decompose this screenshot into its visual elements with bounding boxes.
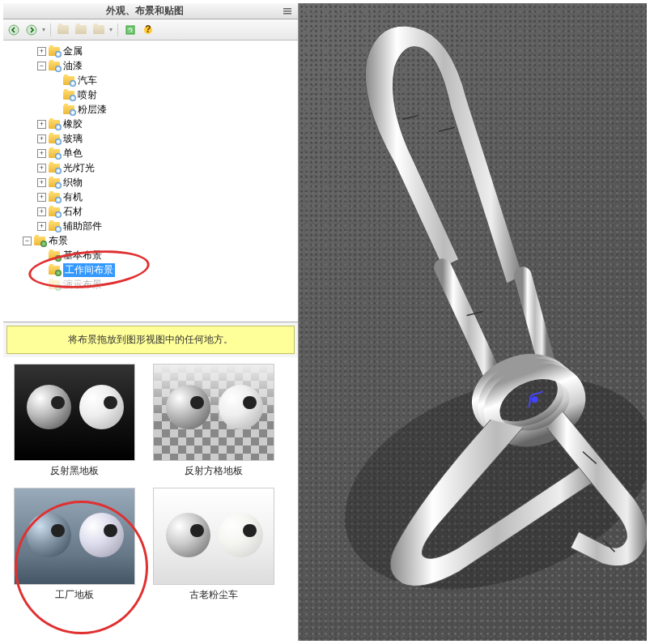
- svg-rect-5: [126, 26, 134, 34]
- thumb-label: 工厂地板: [55, 588, 94, 602]
- material-tree[interactable]: + 金属 − 油漆 汽车 喷射 粉层漆: [3, 41, 298, 322]
- tree-label: 喷射: [78, 88, 97, 102]
- thumb-label: 反射黑地板: [50, 464, 99, 478]
- collapse-icon[interactable]: −: [23, 237, 32, 245]
- svg-line-13: [403, 115, 419, 119]
- tree-label: 基本布景: [63, 249, 102, 262]
- svg-text:?: ?: [145, 24, 151, 35]
- appearance-panel: 外观、布景和贴图 ▾ ▾ ? + 金属 −: [3, 3, 299, 641]
- tree-label: 织物: [63, 176, 83, 190]
- thumb-reflect-black[interactable]: 反射黑地板: [10, 364, 139, 478]
- svg-rect-0: [283, 8, 291, 10]
- collapse-icon[interactable]: −: [37, 62, 46, 70]
- expand-icon[interactable]: +: [37, 207, 46, 216]
- help-icon[interactable]: ?: [141, 23, 155, 37]
- expand-icon[interactable]: +: [37, 193, 46, 202]
- thumb-factory[interactable]: 工厂地板: [10, 488, 139, 602]
- tree-label: 橡胶: [63, 117, 83, 131]
- folder3-icon[interactable]: [91, 23, 106, 37]
- forward-button[interactable]: [24, 23, 39, 37]
- tree-label: 粉层漆: [78, 103, 107, 117]
- expand-icon[interactable]: +: [37, 47, 46, 56]
- tree-item-glass[interactable]: +玻璃: [5, 131, 296, 146]
- tree-item-spray[interactable]: 喷射: [5, 87, 296, 102]
- thumb-label: 反射方格地板: [185, 464, 243, 478]
- expand-icon[interactable]: +: [37, 134, 46, 143]
- svg-line-14: [439, 127, 455, 131]
- svg-rect-1: [283, 11, 291, 12]
- tree-item-organic[interactable]: +有机: [5, 190, 296, 204]
- panel-menu-icon[interactable]: [282, 6, 293, 17]
- tree-item-aux[interactable]: +辅助部件: [5, 219, 296, 233]
- svg-rect-2: [283, 13, 291, 15]
- expand-icon[interactable]: +: [37, 164, 46, 173]
- thumb-dusty[interactable]: 古老粉尘车: [149, 488, 278, 602]
- tree-item-light[interactable]: +光/灯光: [5, 160, 296, 175]
- tree-item-stone[interactable]: +石材: [5, 204, 296, 219]
- panel-header: 外观、布景和贴图: [3, 3, 298, 19]
- tree-item-scene[interactable]: − 布景: [5, 233, 296, 248]
- tree-item-basic-scene[interactable]: 基本布景: [5, 248, 296, 262]
- tree-label: 汽车: [78, 74, 97, 87]
- scene-thumbnails: 反射黑地板 反射方格地板 工厂地板: [3, 357, 298, 641]
- tree-label: 玻璃: [63, 132, 83, 146]
- tree-label: 演示布景: [63, 278, 102, 292]
- tree-item-paint[interactable]: − 油漆: [5, 58, 296, 73]
- 3d-viewport[interactable]: [299, 3, 647, 641]
- svg-point-3: [9, 25, 19, 35]
- tree-label: 油漆: [63, 59, 83, 73]
- tree-label: 石材: [63, 205, 83, 219]
- tree-item-rubber[interactable]: +橡胶: [5, 117, 296, 131]
- tree-item-studio-scene[interactable]: 工作间布景: [5, 262, 296, 277]
- tree-label: 光/灯光: [63, 161, 95, 175]
- svg-point-4: [27, 25, 36, 35]
- thumb-label: 古老粉尘车: [189, 588, 238, 602]
- hint-message: 将布景拖放到图形视图中的任何地方。: [6, 326, 295, 354]
- folder2-icon[interactable]: [74, 23, 88, 37]
- panel-title: 外观、布景和贴图: [8, 4, 282, 18]
- tree-item-solid[interactable]: +单色: [5, 146, 296, 160]
- tree-item-powder[interactable]: 粉层漆: [5, 102, 296, 117]
- tree-item-demo-scene[interactable]: 演示布景: [5, 277, 296, 292]
- tree-label: 单色: [63, 147, 83, 160]
- back-button[interactable]: [6, 23, 21, 37]
- expand-icon[interactable]: +: [37, 222, 46, 231]
- tree-label: 布景: [49, 234, 68, 248]
- tree-label: 辅助部件: [63, 220, 102, 233]
- tree-item-car[interactable]: 汽车: [5, 73, 296, 87]
- expand-icon[interactable]: +: [37, 178, 46, 187]
- tree-item-fabric[interactable]: +织物: [5, 175, 296, 190]
- tree-label-selected: 工作间布景: [63, 263, 115, 277]
- tree-label: 有机: [63, 190, 83, 204]
- tree-item-metal[interactable]: + 金属: [5, 44, 296, 58]
- panel-toolbar: ▾ ▾ ?: [3, 19, 298, 41]
- svg-point-12: [532, 396, 538, 403]
- thumb-reflect-checker[interactable]: 反射方格地板: [149, 364, 278, 478]
- refresh-icon[interactable]: [123, 23, 138, 37]
- clothespin-model[interactable]: [299, 3, 647, 636]
- tree-label: 金属: [63, 45, 83, 58]
- folder1-icon[interactable]: [56, 23, 70, 37]
- expand-icon[interactable]: +: [37, 120, 46, 129]
- expand-icon[interactable]: +: [37, 149, 46, 158]
